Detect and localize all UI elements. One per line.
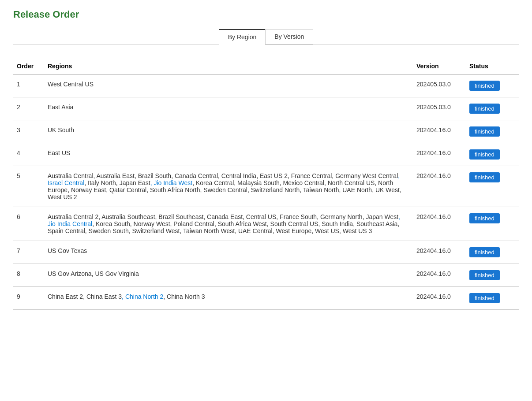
cell-status: finished	[466, 143, 519, 166]
cell-status: finished	[466, 207, 519, 241]
region-text: US Gov Texas	[48, 247, 87, 254]
region-text: , France Central	[288, 172, 332, 179]
region-text: , Brazil Southeast	[155, 213, 204, 220]
region-text: , West US	[311, 227, 339, 234]
region-text: , South India	[318, 220, 353, 227]
region-text: , UAE North	[339, 186, 372, 193]
status-badge: finished	[469, 149, 500, 160]
region-text: , Central India	[218, 172, 256, 179]
region-text[interactable]: , China North 2	[122, 293, 163, 300]
cell-regions: Australia Central 2, Australia Southeast…	[44, 207, 413, 241]
region-text: China East 2	[48, 293, 83, 300]
region-text: East Asia	[48, 104, 73, 111]
cell-regions: East Asia	[44, 97, 413, 120]
region-text: , Italy North	[84, 179, 116, 186]
region-text: , West Europe	[273, 227, 311, 234]
region-text: , Germany North	[317, 213, 362, 220]
region-text: , Sweden South	[85, 227, 129, 234]
region-text: UK South	[48, 126, 74, 134]
col-header-order: Order	[13, 58, 44, 74]
cell-regions: East US	[44, 143, 413, 166]
cell-version: 202404.16.0	[413, 120, 466, 143]
region-text: , Norway West	[130, 220, 170, 227]
cell-version: 202404.16.0	[413, 241, 466, 264]
cell-status: finished	[466, 97, 519, 120]
status-badge: finished	[469, 213, 500, 223]
col-header-status: Status	[466, 58, 519, 74]
region-text: , Canada East	[203, 213, 243, 220]
region-text: , Australia Southeast	[98, 213, 155, 220]
region-text: , France South	[276, 213, 317, 220]
cell-version: 202404.16.0	[413, 287, 466, 310]
cell-regions: UK South	[44, 120, 413, 143]
region-text: , Southeast Asia	[353, 220, 397, 227]
status-badge: finished	[469, 81, 500, 91]
tab-bar: By Region By Version	[13, 29, 519, 45]
table-row: 2East Asia202405.03.0finished	[13, 97, 519, 120]
region-text: , Taiwan North	[300, 186, 339, 193]
region-text: , Korea South	[92, 220, 130, 227]
region-text: , UAE Central	[235, 227, 273, 234]
cell-order: 4	[13, 143, 44, 166]
region-text: , Korea Central	[192, 179, 234, 186]
cell-version: 202405.03.0	[413, 74, 466, 97]
region-text: , East US 2	[256, 172, 288, 179]
cell-status: finished	[466, 241, 519, 264]
region-text: , China East 3	[83, 293, 122, 300]
table-header-row: Order Regions Version Status	[13, 58, 519, 74]
cell-status: finished	[466, 74, 519, 97]
region-text: , UK West	[372, 186, 400, 193]
status-badge: finished	[469, 293, 500, 303]
cell-order: 8	[13, 264, 44, 287]
region-text: , Malaysia South	[234, 179, 280, 186]
tab-by-version[interactable]: By Version	[265, 29, 313, 45]
region-text: , Central US	[243, 213, 276, 220]
table-row: 6Australia Central 2, Australia Southeas…	[13, 207, 519, 241]
region-text: Australia Central 2	[48, 213, 98, 220]
table-row: 5Australia Central, Australia East, Braz…	[13, 166, 519, 207]
region-text: , US Gov Virginia	[92, 270, 139, 277]
region-text: , West US 3	[339, 227, 372, 234]
region-text: , Germany West Central	[332, 172, 398, 179]
cell-order: 7	[13, 241, 44, 264]
region-text: , North Central US	[324, 179, 375, 186]
cell-version: 202404.16.0	[413, 264, 466, 287]
status-badge: finished	[469, 247, 500, 257]
region-text: West Central US	[48, 81, 94, 88]
cell-order: 6	[13, 207, 44, 241]
cell-regions: Australia Central, Australia East, Brazi…	[44, 166, 413, 207]
table-row: 8US Gov Arizona, US Gov Virginia202404.1…	[13, 264, 519, 287]
cell-regions: West Central US	[44, 74, 413, 97]
region-text: , Poland Central	[170, 220, 214, 227]
cell-regions: US Gov Texas	[44, 241, 413, 264]
cell-order: 2	[13, 97, 44, 120]
region-text: , South Africa North	[146, 186, 200, 193]
col-header-version: Version	[413, 58, 466, 74]
cell-version: 202404.16.0	[413, 207, 466, 241]
region-text: , Sweden Central	[200, 186, 247, 193]
region-text: , China North 3	[163, 293, 205, 300]
cell-status: finished	[466, 120, 519, 143]
table-row: 9China East 2, China East 3, China North…	[13, 287, 519, 310]
region-text: , Japan East	[116, 179, 150, 186]
cell-status: finished	[466, 287, 519, 310]
region-text: , South Africa West	[214, 220, 267, 227]
status-badge: finished	[469, 270, 500, 280]
cell-order: 9	[13, 287, 44, 310]
cell-version: 202404.16.0	[413, 143, 466, 166]
region-text: , Taiwan North West	[180, 227, 235, 234]
cell-regions: China East 2, China East 3, China North …	[44, 287, 413, 310]
table-row: 4East US202404.16.0finished	[13, 143, 519, 166]
cell-order: 5	[13, 166, 44, 207]
table-row: 3UK South202404.16.0finished	[13, 120, 519, 143]
region-text: , Brazil South	[135, 172, 171, 179]
region-text[interactable]: , Jio India West	[150, 179, 192, 186]
region-text: , Norway East	[67, 186, 106, 193]
region-text: , Qatar Central	[106, 186, 146, 193]
tab-by-region[interactable]: By Region	[219, 29, 266, 45]
cell-version: 202404.16.0	[413, 166, 466, 207]
region-text: , South Central US	[267, 220, 318, 227]
cell-status: finished	[466, 166, 519, 207]
region-text: , Mexico Central	[280, 179, 324, 186]
status-badge: finished	[469, 126, 500, 137]
